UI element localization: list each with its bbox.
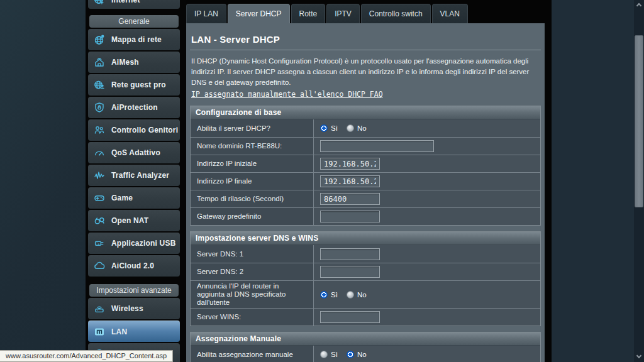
tab-bar: IP LANServer DHCPRotteIPTVControllo swit… xyxy=(186,4,468,23)
form-section: Impostazione server DNS e WINSServer DNS… xyxy=(190,231,541,326)
form-section: Assegnazione ManualeAbilita assegnazione… xyxy=(190,332,541,362)
lan-icon xyxy=(93,326,106,338)
tab-server-dhcp[interactable]: Server DHCP xyxy=(228,4,290,23)
wifi-icon xyxy=(93,302,106,315)
dns-server-1-input[interactable] xyxy=(320,248,380,260)
row-label: Abilita il server DHCP? xyxy=(191,119,314,137)
dns-server-2-input[interactable] xyxy=(320,266,380,278)
sidebar-item-label: Game xyxy=(111,194,133,202)
sidebar-item-traffic-analyzer[interactable]: Traffic Analyzer xyxy=(88,165,180,186)
form-row: Server DNS: 1 xyxy=(191,245,540,263)
ip-pool-start-input[interactable] xyxy=(320,158,380,170)
sidebar-item-label: Mappa di rete xyxy=(111,35,162,44)
row-control: SìNo xyxy=(314,119,540,137)
advertise-router-ip-radio-yes[interactable]: Sì xyxy=(320,291,338,299)
row-label: Annuncia l'IP del router in aggiunta al … xyxy=(191,281,314,308)
row-label: Abilita assegnazione manuale xyxy=(191,346,314,362)
form-row: Indirizzo IP finale xyxy=(191,172,540,190)
sidebar-item-applicazioni-usb[interactable]: Applicazioni USB xyxy=(88,233,180,254)
sidebar-item-label: QoS Adattivo xyxy=(111,148,160,157)
sidebar-item-lan[interactable]: LAN xyxy=(88,321,180,342)
domain-name-input[interactable] xyxy=(320,140,434,152)
cloud-icon xyxy=(93,260,106,272)
tab-rotte[interactable]: Rotte xyxy=(291,4,326,23)
mask-icon xyxy=(93,214,106,227)
lease-time-input[interactable] xyxy=(320,193,380,205)
radio-button-icon[interactable] xyxy=(320,351,328,358)
radio-button-icon[interactable] xyxy=(347,291,354,299)
row-control: SìNo xyxy=(314,346,540,362)
sidebar-item-qos-adattivo[interactable]: QoS Adattivo xyxy=(88,142,180,163)
wins-server-input[interactable] xyxy=(320,311,380,323)
manual-assignment-enable-radio-no[interactable]: No xyxy=(347,351,367,358)
tab-vlan[interactable]: VLAN xyxy=(432,4,468,23)
radio-label: No xyxy=(357,124,367,132)
sidebar-item-label: AiCloud 2.0 xyxy=(111,261,154,270)
sidebar-item-label: Open NAT xyxy=(111,216,148,225)
advertise-router-ip-radio-no[interactable]: No xyxy=(347,291,367,299)
row-control xyxy=(314,190,540,207)
row-control xyxy=(314,138,540,155)
sidebar-item-open-nat[interactable]: Open NAT xyxy=(88,210,180,231)
row-label: Nome dominio RT-BE88U: xyxy=(191,138,314,155)
dhcp-faq-link[interactable]: IP assegnato manualmente all'elenco DHCP… xyxy=(191,90,383,99)
radio-button-icon[interactable] xyxy=(347,124,354,132)
sidebar-item-mappa-di-rete[interactable]: Mappa di rete xyxy=(88,29,180,50)
radio-label: Sì xyxy=(331,351,338,358)
row-control: SìNo xyxy=(314,281,540,308)
row-label: Indirizzo IP iniziale xyxy=(191,155,314,172)
sidebar-item-internet[interactable]: Internet xyxy=(88,0,180,9)
sidebar-item-rete-guest-pro[interactable]: Rete guest pro xyxy=(88,74,180,96)
form-section: Configurazione di baseAbilita il server … xyxy=(190,106,541,226)
browser-scrollbar[interactable] xyxy=(634,0,644,362)
row-control xyxy=(314,309,540,326)
sidebar-item-aicloud-2-0[interactable]: AiCloud 2.0 xyxy=(88,255,180,277)
tab-ip-lan[interactable]: IP LAN xyxy=(186,4,226,23)
internet-icon xyxy=(93,0,106,6)
radio-button-icon[interactable] xyxy=(347,351,354,358)
sidebar-item-label: Wireless xyxy=(111,304,143,313)
row-label: Tempo di rilascio (Secondi) xyxy=(191,190,314,207)
sidebar-item-label: AiMesh xyxy=(111,58,139,67)
page-title: LAN - Server DHCP xyxy=(191,34,540,45)
form-row: Abilita il server DHCP?SìNo xyxy=(191,119,540,137)
status-bar-link-preview: www.asusrouter.com/Advanced_DHCP_Content… xyxy=(0,350,173,362)
tab-iptv[interactable]: IPTV xyxy=(326,4,360,23)
form-row: Nome dominio RT-BE88U: xyxy=(191,137,540,155)
gauge-icon xyxy=(93,146,106,159)
scrollbar-thumb[interactable] xyxy=(635,35,643,207)
title-divider xyxy=(190,50,541,50)
manual-assignment-enable-radio-yes[interactable]: Sì xyxy=(320,351,338,358)
dhcp-enable-radio-no[interactable]: No xyxy=(347,124,367,132)
form-section-header: Assegnazione Manuale xyxy=(191,332,540,346)
chevron-up-icon[interactable] xyxy=(634,0,644,10)
sidebar-item-aiprotection[interactable]: AiProtection xyxy=(88,97,180,118)
radio-label: Sì xyxy=(331,291,338,299)
row-label: Indirizzo IP finale xyxy=(191,173,314,190)
form-row: Abilita assegnazione manualeSìNo xyxy=(191,346,540,362)
chevron-down-icon[interactable] xyxy=(634,352,644,362)
dhcp-enable-radio-yes[interactable]: Sì xyxy=(320,124,338,132)
row-label: Server WINS: xyxy=(191,309,314,326)
sidebar-item-wireless[interactable]: Wireless xyxy=(88,298,180,319)
main-panel: LAN - Server DHCP Il DHCP (Dynamic Host … xyxy=(186,23,545,362)
sidebar-item-game[interactable]: Game xyxy=(88,187,180,209)
radio-button-icon[interactable] xyxy=(320,291,328,299)
form-row: Gateway predefinito xyxy=(191,207,540,225)
ip-pool-end-input[interactable] xyxy=(320,175,380,187)
row-control xyxy=(314,263,540,280)
sidebar-section-header: Impostazioni avanzate xyxy=(89,284,179,297)
waveform-icon xyxy=(93,169,106,182)
form-row: Indirizzo IP iniziale xyxy=(191,155,540,172)
tab-controllo-switch[interactable]: Controllo switch xyxy=(361,4,431,23)
page-description: Il DHCP (Dynamic Host Configuration Prot… xyxy=(191,56,538,88)
sidebar-item-label: Applicazioni USB xyxy=(111,239,176,248)
sidebar-item-aimesh[interactable]: AiMesh xyxy=(88,52,180,73)
form-section-header: Configurazione di base xyxy=(191,106,540,119)
form-sections: Configurazione di baseAbilita il server … xyxy=(189,106,541,362)
sidebar-section-header: Generale xyxy=(89,15,179,28)
sidebar-item-controllo-genitori[interactable]: Controllo Genitori xyxy=(88,119,180,141)
default-gateway-input[interactable] xyxy=(320,211,380,222)
shield-icon xyxy=(93,101,106,114)
radio-button-icon[interactable] xyxy=(320,124,328,132)
